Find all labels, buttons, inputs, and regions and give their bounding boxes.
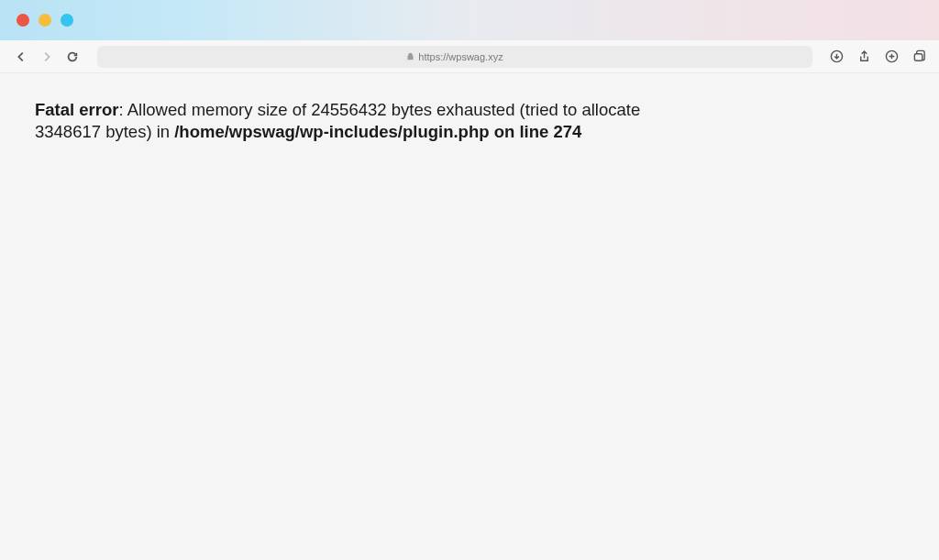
- new-tab-button[interactable]: [882, 48, 900, 66]
- plus-circle-icon: [885, 49, 899, 63]
- browser-toolbar: https://wpswag.xyz: [0, 40, 939, 73]
- error-file-info: /home/wpswag/wp-includes/plugin.php on l…: [174, 122, 581, 141]
- close-window-button[interactable]: [17, 14, 29, 27]
- tab-overview-button[interactable]: [910, 48, 928, 66]
- minimize-window-button[interactable]: [39, 14, 51, 27]
- tabs-icon: [912, 49, 926, 63]
- error-message: Fatal error: Allowed memory size of 2455…: [35, 99, 699, 143]
- download-circle-icon: [830, 49, 844, 63]
- lock-icon: [406, 52, 414, 60]
- url-text: https://wpswag.xyz: [418, 51, 503, 62]
- title-bar: [0, 0, 939, 40]
- svg-rect-2: [914, 54, 922, 61]
- forward-button[interactable]: [37, 47, 57, 67]
- error-label: Fatal error: [35, 100, 119, 119]
- address-bar[interactable]: https://wpswag.xyz: [97, 46, 812, 68]
- maximize-window-button[interactable]: [61, 14, 73, 27]
- browser-chrome: https://wpswag.xyz: [0, 0, 939, 73]
- share-icon: [857, 49, 871, 63]
- reload-icon: [66, 50, 79, 63]
- toolbar-actions: [827, 48, 928, 66]
- chevron-left-icon: [15, 50, 28, 63]
- back-button[interactable]: [11, 47, 31, 67]
- reload-button[interactable]: [62, 47, 83, 67]
- chevron-right-icon: [40, 50, 53, 63]
- window-controls: [17, 14, 73, 27]
- download-button[interactable]: [827, 48, 845, 66]
- share-button[interactable]: [855, 48, 873, 66]
- page-content: Fatal error: Allowed memory size of 2455…: [0, 73, 734, 169]
